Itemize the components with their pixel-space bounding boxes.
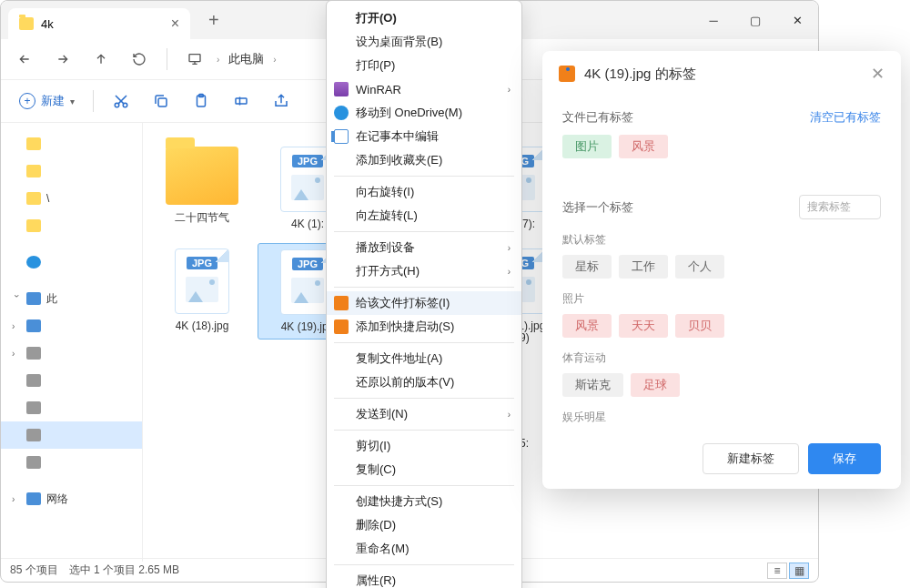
tag-scenery2[interactable]: 风景 — [562, 314, 612, 338]
sidebar-item-thispc[interactable]: ›此 — [1, 285, 142, 312]
sidebar-item[interactable]: › — [1, 312, 142, 340]
up-button[interactable] — [85, 43, 117, 76]
view-grid-button[interactable]: ▦ — [789, 563, 809, 579]
close-tab-button[interactable]: × — [171, 15, 179, 32]
ctx-wallpaper[interactable]: 设为桌面背景(B) — [327, 30, 521, 54]
sidebar: \ ›此 › › ›网络 — [1, 123, 143, 562]
ctx-open[interactable]: 打开(O) — [327, 6, 521, 30]
ctx-rotate-left[interactable]: 向左旋转(L) — [327, 204, 521, 228]
maximize-button[interactable]: ▢ — [734, 1, 776, 39]
item-count: 85 个项目 — [10, 563, 58, 578]
tag-star[interactable]: 星标 — [562, 255, 612, 279]
tag-chip-pic[interactable]: 图片 — [562, 135, 612, 158]
ctx-properties[interactable]: 属性(R) — [327, 569, 521, 588]
sidebar-item[interactable] — [1, 367, 142, 394]
dialog-close-button[interactable]: ✕ — [871, 64, 885, 84]
ctx-copy[interactable]: 复制(C) — [327, 458, 521, 482]
ctx-notepad[interactable]: 在记事本中编辑 — [327, 125, 521, 148]
tag-tiantian[interactable]: 天天 — [619, 314, 668, 338]
sidebar-item[interactable] — [1, 130, 142, 157]
folder-icon — [26, 192, 41, 205]
back-button[interactable] — [8, 43, 41, 76]
share-button[interactable] — [263, 85, 299, 117]
ctx-delete[interactable]: 删除(D) — [327, 513, 521, 537]
ctx-openwith[interactable]: 打开方式(H)› — [327, 259, 521, 283]
tag-dialog: 4K (19).jpg 的标签 ✕ 文件已有标签 清空已有标签 图片 风景 选择… — [542, 51, 901, 489]
close-button[interactable]: ✕ — [776, 1, 818, 39]
sidebar-item[interactable] — [1, 394, 142, 421]
tag-personal[interactable]: 个人 — [675, 255, 724, 279]
tag-beibei[interactable]: 贝贝 — [675, 314, 724, 338]
breadcrumb[interactable]: › 此电脑 › — [217, 51, 277, 67]
crumb-thispc[interactable]: 此电脑 — [228, 51, 264, 67]
drive-icon — [26, 401, 41, 414]
paste-button[interactable] — [183, 85, 219, 117]
ctx-cut[interactable]: 剪切(I) — [327, 434, 521, 458]
tab-active[interactable]: 4k × — [8, 8, 190, 39]
new-tab-button[interactable]: + — [197, 6, 230, 35]
chevron-down-icon: ▾ — [70, 96, 75, 106]
tag-app-icon — [559, 66, 575, 82]
onedrive-icon — [26, 256, 41, 269]
new-button[interactable]: + 新建 ▾ — [10, 87, 84, 115]
ctx-rotate-right[interactable]: 向右旋转(I) — [327, 180, 521, 204]
ctx-copypath[interactable]: 复制文件地址(A) — [327, 347, 521, 370]
forward-button[interactable] — [46, 43, 79, 76]
ctx-cast[interactable]: 播放到设备› — [327, 236, 521, 259]
sidebar-item[interactable]: \ — [1, 185, 142, 212]
chevron-right-icon: › — [273, 55, 276, 65]
ctx-shortcut[interactable]: 创建快捷方式(S) — [327, 490, 521, 513]
tag-work[interactable]: 工作 — [619, 255, 668, 279]
onedrive-icon — [334, 106, 349, 120]
ctx-tag[interactable]: 给该文件打标签(I) — [327, 291, 521, 315]
tag-chip-scenery[interactable]: 风景 — [619, 135, 668, 158]
tag-snooker[interactable]: 斯诺克 — [562, 373, 623, 397]
svg-rect-6 — [236, 98, 247, 104]
context-menu: 打开(O) 设为桌面背景(B) 打印(P) WinRAR› 移动到 OneDri… — [326, 0, 522, 588]
ctx-winrar[interactable]: WinRAR› — [327, 77, 521, 101]
cat-photo: 照片 — [562, 291, 881, 307]
network-icon — [26, 492, 41, 505]
ctx-quicklaunch[interactable]: 添加到快捷启动(S) — [327, 315, 521, 339]
folder-icon — [26, 165, 41, 177]
existing-tags-label: 文件已有标签 — [562, 109, 633, 126]
ctx-sendto[interactable]: 发送到(N)› — [327, 402, 521, 426]
sidebar-item[interactable] — [1, 157, 142, 185]
ctx-onedrive[interactable]: 移动到 OneDrive(M) — [327, 101, 521, 125]
ctx-restore[interactable]: 还原以前的版本(V) — [327, 370, 521, 394]
sidebar-item-onedrive[interactable] — [1, 248, 142, 276]
ctx-rename[interactable]: 重命名(M) — [327, 537, 521, 561]
sidebar-item-network[interactable]: ›网络 — [1, 485, 142, 512]
drive-icon — [26, 429, 41, 441]
search-tag-input[interactable]: 搜索标签 — [799, 195, 881, 219]
new-tag-button[interactable]: 新建标签 — [703, 443, 799, 474]
cat-sport: 体育运动 — [562, 350, 881, 366]
pc-icon[interactable] — [178, 43, 211, 76]
sidebar-item[interactable]: › — [1, 340, 142, 367]
file-item[interactable]: JPG4K (18).jpg — [152, 243, 252, 340]
drive-icon — [26, 347, 41, 360]
cut-button[interactable] — [103, 85, 139, 117]
drive-icon — [26, 319, 41, 332]
sidebar-item-selected[interactable] — [1, 421, 142, 449]
svg-rect-0 — [189, 55, 200, 62]
save-button[interactable]: 保存 — [808, 443, 881, 474]
folder-icon — [19, 17, 34, 30]
refresh-button[interactable] — [123, 43, 156, 76]
drive-icon — [26, 374, 41, 387]
cat-entertainment: 娱乐明星 — [562, 410, 881, 425]
sidebar-item[interactable] — [1, 212, 142, 239]
clear-tags-link[interactable]: 清空已有标签 — [810, 109, 881, 126]
ctx-favorites[interactable]: 添加到收藏夹(E) — [327, 148, 521, 172]
ctx-print[interactable]: 打印(P) — [327, 54, 521, 77]
folder-item[interactable]: 二十四节气 — [152, 141, 252, 236]
chevron-right-icon: › — [217, 55, 219, 65]
rename-button[interactable] — [223, 85, 259, 117]
selection-info: 选中 1 个项目 2.65 MB — [69, 563, 179, 578]
minimize-button[interactable]: ─ — [693, 1, 734, 39]
tag-soccer[interactable]: 足球 — [631, 373, 680, 397]
view-list-button[interactable]: ≡ — [767, 563, 787, 579]
sidebar-item[interactable] — [1, 449, 142, 476]
window-controls: ─ ▢ ✕ — [693, 1, 818, 39]
copy-button[interactable] — [143, 85, 179, 117]
